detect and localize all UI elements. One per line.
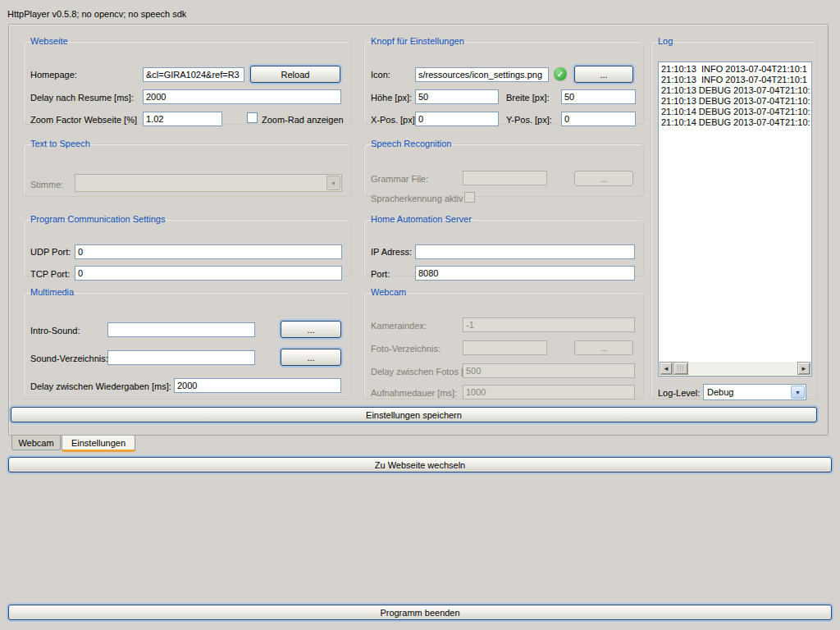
grammar-file-label: Grammar File:: [371, 174, 428, 184]
breite-label: Breite [px]:: [506, 93, 550, 103]
udp-port-input[interactable]: [75, 244, 342, 259]
homepage-input[interactable]: [143, 67, 244, 82]
webseite-group: Webseite Homepage: Reload Delay nach Res…: [23, 36, 351, 125]
foto-dir-input: [463, 340, 547, 355]
stimme-label: Stimme:: [30, 180, 63, 189]
log-level-label: Log-Level:: [658, 388, 700, 398]
hoehe-label: Höhe [px]:: [371, 93, 412, 103]
log-hscrollbar[interactable]: ◄ ►: [660, 362, 810, 375]
log-line: 21:10:13 INFO 2013-07-04T21:10:1: [660, 64, 810, 75]
speech-group: Speech Recognition Grammar File: ... Spr…: [363, 139, 644, 197]
zoom-factor-input[interactable]: [143, 112, 222, 126]
settings-button-group: Knopf für Einstellungen Icon: ✓ ... Höhe…: [363, 36, 644, 125]
app-window: HttpPlayer v0.5.8; no opencv; no speech …: [0, 0, 840, 630]
settings-button-group-title: Knopf für Einstellungen: [368, 36, 467, 46]
tab-webcam[interactable]: Webcam: [11, 436, 61, 450]
log-line: 21:10:13 DEBUG 2013-07-04T21:10:: [660, 96, 810, 107]
intro-sound-label: Intro-Sound:: [30, 326, 80, 336]
webcam-group-title: Webcam: [368, 287, 409, 297]
xpos-input[interactable]: [415, 112, 499, 126]
ypos-input[interactable]: [561, 112, 636, 126]
homepage-label: Homepage:: [30, 70, 77, 80]
quit-button[interactable]: Programm beenden: [8, 605, 832, 620]
sound-dir-label: Sound-Verzeichnis:: [30, 354, 108, 363]
server-port-input[interactable]: [415, 266, 635, 281]
check-circle-icon: ✓: [554, 67, 567, 80]
log-lines: 21:10:13 INFO 2013-07-04T21:10:121:10:13…: [660, 64, 810, 128]
sound-dir-input[interactable]: [107, 350, 255, 365]
log-line: 21:10:13 INFO 2013-07-04T21:10:1: [660, 75, 810, 85]
multimedia-group-title: Multimedia: [28, 287, 76, 297]
zoomrad-checkbox[interactable]: [247, 112, 258, 123]
ip-address-input[interactable]: [415, 244, 635, 259]
log-listbox[interactable]: 21:10:13 INFO 2013-07-04T21:10:121:10:13…: [658, 62, 812, 377]
delay-fotos-input: [463, 363, 635, 378]
speech-group-title: Speech Recognition: [368, 139, 454, 148]
xpos-label: X-Pos. [px]:: [371, 115, 418, 125]
grammar-browse-button: ...: [574, 171, 633, 186]
tts-group: Text to Speech Stimme: ▼: [23, 139, 351, 197]
grammar-file-input: [463, 171, 547, 185]
log-level-select[interactable]: Debug ▼: [703, 384, 806, 400]
foto-dir-browse-button: ...: [574, 340, 633, 355]
chevron-down-icon[interactable]: ▼: [791, 386, 805, 399]
log-line: 21:10:14 DEBUG 2013-07-04T21:10:: [660, 117, 810, 128]
aufnahmedauer-label: Aufnahmedauer [ms]:: [371, 388, 457, 398]
hoehe-input[interactable]: [415, 89, 499, 104]
window-title: HttpPlayer v0.5.8; no opencv; no speech …: [7, 9, 186, 19]
save-settings-button[interactable]: Einstellungen speichern: [11, 407, 817, 422]
kameraindex-label: Kameraindex:: [371, 321, 427, 331]
log-scroll-track[interactable]: [688, 362, 797, 375]
log-line: 21:10:14 DEBUG 2013-07-04T21:10:: [660, 107, 810, 117]
zoomrad-label: Zoom-Rad anzeigen: [262, 115, 344, 125]
multimedia-group: Multimedia Intro-Sound: ... Sound-Verzei…: [23, 287, 351, 399]
breite-input[interactable]: [561, 89, 636, 104]
log-level-value: Debug: [707, 387, 733, 397]
zoom-factor-label: Zoom Factor Webseite [%]: [30, 115, 137, 125]
delay-wiedergaben-label: Delay zwischen Wiedergaben [ms]:: [30, 381, 171, 391]
log-scroll-thumb[interactable]: [673, 362, 688, 375]
log-scroll-right-button[interactable]: ►: [797, 362, 810, 375]
tab-einstellungen[interactable]: Einstellungen: [62, 436, 135, 452]
stimme-select: ▼: [75, 174, 342, 192]
homeauto-group-title: Home Automation Server: [368, 214, 474, 224]
delay-wiedergaben-input[interactable]: [174, 378, 341, 393]
homeauto-group: Home Automation Server IP Adress: Port:: [363, 214, 644, 276]
tcp-port-input[interactable]: [75, 266, 342, 281]
intro-sound-input[interactable]: [107, 322, 255, 337]
foto-dir-label: Foto-Verzeichnis:: [371, 344, 441, 354]
tts-group-title: Text to Speech: [28, 139, 93, 148]
log-group-title: Log: [655, 36, 675, 46]
log-line: 21:10:13 DEBUG 2013-07-04T21:10:: [660, 85, 810, 96]
spracherkennung-checkbox: [464, 192, 475, 203]
ypos-label: Y-Pos. [px]:: [506, 115, 552, 125]
icon-browse-button[interactable]: ...: [574, 66, 633, 83]
webseite-group-title: Webseite: [28, 36, 71, 46]
log-scroll-left-button[interactable]: ◄: [660, 362, 673, 375]
spracherkennung-label: Spracherkennung aktiv: [371, 194, 463, 203]
chevron-down-icon: ▼: [326, 176, 340, 190]
tcp-port-label: TCP Port:: [30, 269, 70, 279]
icon-label: Icon:: [371, 70, 390, 80]
udp-port-label: UDP Port:: [30, 247, 71, 257]
sound-dir-browse-button[interactable]: ...: [281, 349, 341, 366]
intro-sound-browse-button[interactable]: ...: [281, 321, 341, 338]
aufnahmedauer-input: [463, 385, 635, 399]
icon-path-input[interactable]: [415, 67, 549, 82]
ip-address-label: IP Adress:: [371, 247, 412, 257]
kameraindex-input: [463, 317, 635, 332]
server-port-label: Port:: [371, 269, 390, 279]
comm-group: Program Communication Settings UDP Port:…: [23, 214, 351, 276]
comm-group-title: Program Communication Settings: [28, 214, 167, 224]
log-group: Log 21:10:13 INFO 2013-07-04T21:10:121:1…: [651, 36, 818, 399]
delay-resume-input[interactable]: [143, 89, 341, 104]
switch-website-button[interactable]: Zu Webseite wechseln: [8, 457, 832, 472]
delay-resume-label: Delay nach Resume [ms]:: [30, 93, 134, 103]
reload-button[interactable]: Reload: [250, 66, 340, 83]
webcam-group: Webcam Kameraindex: Foto-Verzeichnis: ..…: [363, 287, 644, 399]
